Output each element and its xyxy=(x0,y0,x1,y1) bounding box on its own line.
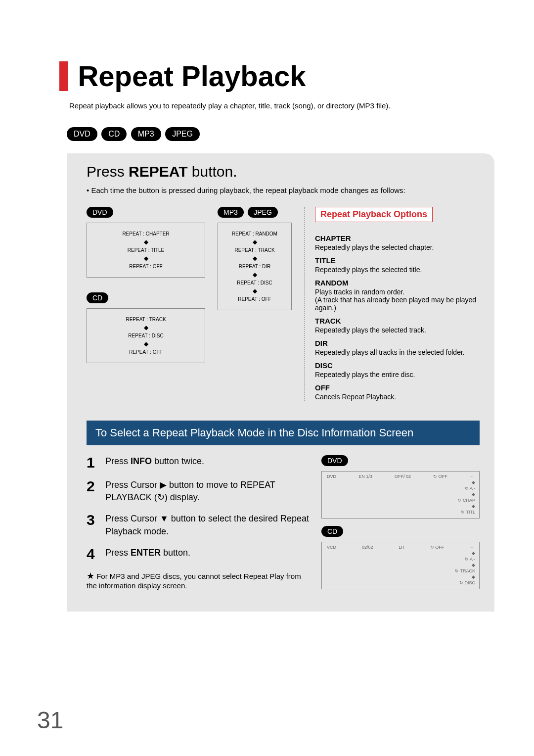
opt-name: TITLE xyxy=(315,256,480,265)
cycle-item: REPEAT : DISC xyxy=(91,333,201,338)
osd-opt: ↻ TITL xyxy=(326,510,475,515)
cycle-item: REPEAT : DIR xyxy=(222,264,287,269)
cycle-item: REPEAT : OFF xyxy=(91,264,201,269)
diamond-icon: ◆ xyxy=(326,492,475,497)
cycle-jpeg-label: JPEG xyxy=(248,207,278,218)
opt-desc: Plays tracks in random order. (A track t… xyxy=(315,288,480,312)
step-2-text: Press Cursor ▶ button to move to REPEAT … xyxy=(105,479,312,504)
diamond-icon: ◆ xyxy=(222,238,287,245)
opt-desc: Repeatedly plays the selected title. xyxy=(315,266,480,274)
page-title-row: Repeat Playback xyxy=(59,59,494,93)
step-4-text: Press ENTER button. xyxy=(105,547,190,562)
diamond-icon: ◆ xyxy=(326,574,475,579)
cycle-cd-label: CD xyxy=(87,292,108,303)
osd-cd-label: CD xyxy=(321,526,343,537)
osd-opt: ↻ A - xyxy=(326,557,475,562)
step-number-1: 1 xyxy=(87,455,99,470)
pill-cd: CD xyxy=(101,127,127,141)
cycle-mp3jpeg-box: REPEAT : RANDOM ◆ REPEAT : TRACK ◆ REPEA… xyxy=(218,223,292,310)
diamond-icon: ◆ xyxy=(91,340,201,347)
cycle-dvd-box: REPEAT : CHAPTER ◆ REPEAT : TITLE ◆ REPE… xyxy=(87,223,205,278)
diamond-icon: ◆ xyxy=(91,324,201,331)
diamond-icon: ◆ xyxy=(222,255,287,262)
mp3-jpeg-note: ★ For MP3 and JPEG discs, you cannot sel… xyxy=(87,570,312,590)
page-title: Repeat Playback xyxy=(78,59,306,93)
press-repeat-heading: Press REPEAT button. xyxy=(87,163,480,180)
osd-field: 02/02 xyxy=(362,545,373,550)
heading-pre: Press xyxy=(87,163,129,180)
diamond-icon: ◆ xyxy=(222,287,287,294)
osd-field: LR xyxy=(399,545,404,550)
diamond-icon: ◆ xyxy=(91,238,201,245)
cycle-item: REPEAT : TRACK xyxy=(222,247,287,253)
cycle-item: REPEAT : CHAPTER xyxy=(91,231,201,236)
osd-opt: ↻ A - xyxy=(326,486,475,491)
osd-field: EN 1/3 xyxy=(358,474,372,479)
opt-desc: Repeatedly plays all tracks in the selec… xyxy=(315,348,480,356)
cycle-item: REPEAT : OFF xyxy=(91,349,201,355)
mode-change-note: • Each time the button is pressed during… xyxy=(87,186,480,194)
note-text: For MP3 and JPEG discs, you cannot selec… xyxy=(87,572,301,590)
intro-text: Repeat playback allows you to repeatedly… xyxy=(69,101,494,110)
red-accent-bar xyxy=(59,61,68,91)
opt-name: DISC xyxy=(315,361,480,370)
heading-bold: REPEAT xyxy=(129,163,187,180)
osd-dvd-label: DVD xyxy=(321,455,348,466)
osd-field: OFF/ 02 xyxy=(395,474,411,479)
cycle-mp3-label: MP3 xyxy=(218,207,244,218)
cycle-cd-box: REPEAT : TRACK ◆ REPEAT : DISC ◆ REPEAT … xyxy=(87,308,205,363)
diamond-icon: ◆ xyxy=(91,255,201,262)
osd-opt: ↻ CHAP xyxy=(326,498,475,503)
step-number-2: 2 xyxy=(87,479,99,504)
opt-desc: Repeatedly plays the entire disc. xyxy=(315,371,480,378)
page-number: 31 xyxy=(37,707,63,734)
pill-jpeg: JPEG xyxy=(165,127,200,141)
osd-cd-box: VCD 02/02 LR ↻ OFF ← ◆ ↻ A - ◆ ↻ TRACK ◆… xyxy=(321,542,480,589)
media-pill-row: DVD CD MP3 JPEG xyxy=(67,127,494,141)
opt-name: CHAPTER xyxy=(315,234,480,242)
cycle-item: REPEAT : OFF xyxy=(222,296,287,302)
osd-field: DVD xyxy=(327,474,336,479)
diamond-icon: ◆ xyxy=(326,480,475,485)
pill-mp3: MP3 xyxy=(131,127,161,141)
osd-field: VCD xyxy=(327,545,336,550)
opt-name: DIR xyxy=(315,339,480,347)
arrow-left-icon: ← xyxy=(470,545,474,550)
step-3-text: Press Cursor ▼ button to select the desi… xyxy=(105,513,312,537)
star-icon: ★ xyxy=(87,571,94,581)
osd-opt: ↻ TRACK xyxy=(326,568,475,573)
opt-desc: Cancels Repeat Playback. xyxy=(315,393,480,401)
diamond-icon: ◆ xyxy=(222,271,287,278)
diamond-icon: ◆ xyxy=(326,504,475,509)
opt-name: RANDOM xyxy=(315,279,480,287)
osd-dvd-box: DVD EN 1/3 OFF/ 02 ↻ OFF ← ◆ ↻ A - ◆ ↻ C… xyxy=(321,471,480,519)
cycle-item: REPEAT : RANDOM xyxy=(222,231,287,236)
step-1-text: Press INFO button twice. xyxy=(105,455,204,470)
step-number-4: 4 xyxy=(87,547,99,562)
pill-dvd: DVD xyxy=(67,127,97,141)
instruction-panel: Press REPEAT button. • Each time the but… xyxy=(67,153,494,612)
opt-name: TRACK xyxy=(315,317,480,325)
repeat-icon xyxy=(157,492,165,502)
osd-field: ↻ OFF xyxy=(430,545,445,550)
opt-desc: Repeatedly plays the selected chapter. xyxy=(315,243,480,251)
step-number-3: 3 xyxy=(87,513,99,537)
cycle-item: REPEAT : TITLE xyxy=(91,247,201,253)
heading-post: button. xyxy=(188,163,237,180)
cycle-item: REPEAT : TRACK xyxy=(91,317,201,322)
diamond-icon: ◆ xyxy=(326,563,475,567)
osd-opt: ↻ DISC xyxy=(326,580,475,585)
cycle-dvd-label: DVD xyxy=(87,207,113,218)
opt-desc: Repeatedly plays the selected track. xyxy=(315,326,480,334)
osd-field: ↻ OFF xyxy=(433,474,447,479)
diamond-icon: ◆ xyxy=(326,551,475,556)
section2-heading: To Select a Repeat Playback Mode in the … xyxy=(87,421,480,445)
cycle-item: REPEAT : DISC xyxy=(222,280,287,285)
options-title: Repeat Playback Options xyxy=(315,207,433,222)
arrow-left-icon: ← xyxy=(470,474,474,479)
opt-name: OFF xyxy=(315,383,480,392)
